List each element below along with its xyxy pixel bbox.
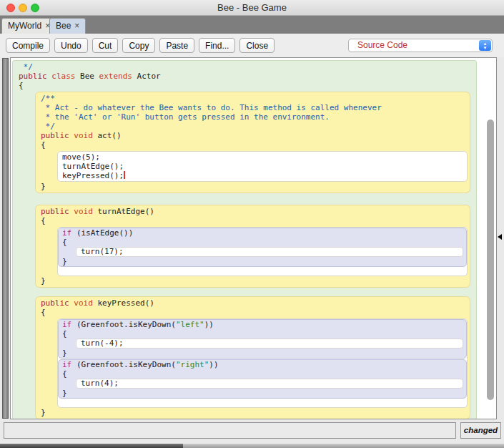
code-line[interactable]: { (19, 81, 476, 90)
tab-label: MyWorld (8, 21, 41, 31)
code-line[interactable]: { (62, 369, 466, 379)
close-window-button[interactable] (6, 4, 15, 12)
code-line[interactable]: */ (41, 122, 470, 131)
statement-box[interactable]: turn(17); (76, 247, 463, 257)
code-line[interactable]: { (62, 238, 466, 247)
code-line[interactable]: if (Greenfoot.isKeyDown("right")) (62, 360, 466, 369)
cut-button[interactable]: Cut (92, 38, 119, 53)
horizontal-scrollbar-thumb[interactable] (0, 444, 183, 448)
method-scope-act[interactable]: /** * Act - do whatever the Bee wants to… (35, 92, 470, 193)
method-body-keyPressed[interactable]: if (Greenfoot.isKeyDown("left")) { turn(… (57, 318, 468, 408)
code-line[interactable]: { (62, 329, 466, 339)
tab-myworld[interactable]: MyWorld× (1, 18, 56, 34)
tab-label: Bee (56, 21, 71, 31)
collapse-left-icon[interactable] (498, 234, 502, 240)
toolbar: Compile Undo Cut Copy Paste Find... Clos… (0, 34, 504, 57)
code-line[interactable]: if (Greenfoot.isKeyDown("left")) (62, 320, 466, 329)
view-mode-dropdown[interactable]: Source Code ▲ ▼ (348, 39, 493, 52)
tab-close-icon[interactable]: × (74, 21, 79, 31)
code-line[interactable]: } (62, 349, 466, 358)
if-scope-key-right[interactable]: if (Greenfoot.isKeyDown("right")) { turn… (58, 359, 467, 399)
code-line[interactable]: /** (41, 94, 470, 103)
code-line-turnAtEdge-signature[interactable]: public void turnAtEdge() (41, 207, 470, 216)
method-scope-turnAtEdge[interactable]: public void turnAtEdge() { if (isAtEdge(… (35, 205, 470, 288)
code-line[interactable]: keyPressed(); (62, 171, 467, 180)
code-line[interactable]: { (41, 140, 470, 150)
text-caret (124, 171, 125, 179)
code-line[interactable]: } (62, 257, 466, 266)
find-button[interactable]: Find... (199, 38, 235, 53)
code-line[interactable]: if (isAtEdge()) (62, 228, 466, 238)
view-mode-value: Source Code (357, 39, 407, 52)
status-message-field (4, 422, 456, 439)
toolbar-buttons: Compile Undo Cut Copy Paste Find... Clos… (6, 38, 275, 53)
minimize-window-button[interactable] (19, 4, 27, 12)
code-line[interactable]: * Act - do whatever the Bee wants to do.… (41, 103, 470, 112)
titlebar: Bee - Bee Game (0, 0, 504, 16)
left-scrollbar[interactable] (2, 58, 9, 419)
copy-button[interactable]: Copy (122, 38, 155, 53)
code-editor[interactable]: */ public class Bee extends Actor { /** … (10, 57, 497, 419)
undo-button[interactable]: Undo (54, 38, 88, 53)
code-line[interactable]: } (41, 276, 470, 286)
tab-bar: MyWorld× Bee× (0, 16, 504, 34)
code-line-keyPressed-signature[interactable]: public void keyPressed() (41, 298, 470, 308)
zoom-window-button[interactable] (31, 4, 39, 12)
code-line[interactable]: { (41, 308, 470, 317)
code-line[interactable]: move(5); (62, 152, 467, 162)
code-line-class-declaration[interactable]: public class Bee extends Actor (19, 72, 476, 81)
compile-button[interactable]: Compile (6, 38, 50, 53)
method-scope-keyPressed[interactable]: public void keyPressed() { if (Greenfoot… (35, 296, 470, 419)
dropdown-stepper-icon[interactable]: ▲ ▼ (479, 40, 491, 51)
statement-box[interactable]: turn(-4); (76, 339, 463, 349)
code-line[interactable]: } (62, 389, 466, 398)
method-body-turnAtEdge[interactable]: if (isAtEdge()) { turn(17); } (57, 227, 468, 276)
horizontal-scrollbar[interactable] (0, 444, 504, 448)
code-line[interactable]: turnAtEdge(); (62, 162, 467, 171)
close-button[interactable]: Close (239, 38, 275, 53)
vertical-scrollbar-thumb[interactable] (487, 120, 494, 400)
paste-button[interactable]: Paste (159, 38, 194, 53)
changed-status-badge: changed (460, 422, 501, 439)
code-line[interactable]: */ (19, 62, 476, 72)
code-line[interactable]: { (41, 216, 470, 225)
code-line[interactable]: * the 'Act' or 'Run' button gets pressed… (41, 112, 470, 122)
if-scope-isAtEdge[interactable]: if (isAtEdge()) { turn(17); } (58, 228, 467, 267)
code-line[interactable]: } (41, 408, 470, 417)
statement-box[interactable]: turn(4); (76, 379, 463, 389)
chevron-down-icon: ▼ (483, 46, 488, 50)
code-line[interactable]: } (41, 182, 470, 191)
window-title: Bee - Bee Game (0, 0, 504, 15)
method-body-act[interactable]: move(5); turnAtEdge(); keyPressed(); (57, 151, 468, 182)
code-line-act-signature[interactable]: public void act() (41, 131, 470, 140)
class-scope-bee[interactable]: */ public class Bee extends Actor { /** … (12, 60, 477, 419)
if-scope-key-left[interactable]: if (Greenfoot.isKeyDown("left")) { turn(… (58, 319, 467, 359)
tab-bee[interactable]: Bee× (49, 18, 86, 34)
